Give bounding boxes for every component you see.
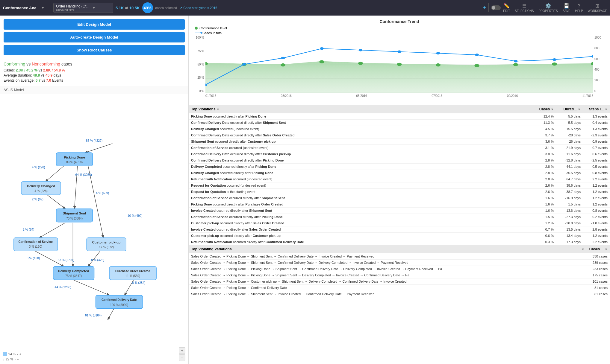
svg-text:64 % (3256): 64 % (3256) [75,173,92,176]
violation-steps: 0.8 events [581,171,608,175]
violation-row[interactable]: Confirmed Delivery Date occurred directl… [189,132,610,138]
violation-row[interactable]: Invoice Created occurred directly after … [189,226,610,233]
cases-vs: vs [39,68,43,72]
cases-filter-icon[interactable]: ▼ [551,108,554,111]
y-axis-left-labels: 100 %75 %50 %25 %0 % [195,36,205,93]
cases-row: Cases: 2.3K / 45.2 % vs 2.8K / 54.8 % [4,68,185,72]
zoom-in-button[interactable]: + [179,347,185,354]
violation-cases: 3.0 % [530,152,554,156]
auto-create-button[interactable]: Auto-create Design Model [4,32,185,42]
violation-steps: 0.7 events [581,146,608,150]
filter-label: Case start year is 2016 [183,6,217,10]
violation-row[interactable]: Confirmed Delivery Date occurred directl… [189,151,610,157]
edit-design-model-button[interactable]: Edit Design Model [4,19,185,30]
violation-cases: 2.8 % [530,159,554,162]
violation-row[interactable]: Shipment Sent occurred directly after Cu… [189,138,610,145]
svg-point-72 [436,52,440,54]
svg-point-71 [397,51,401,53]
th-cases: Cases ▼ [530,107,554,111]
cases-green: 2.3K / 45.2 % [16,68,38,72]
violation-row[interactable]: Picking Done occurred directly after Pic… [189,113,610,120]
violation-cases: 3.7 % [530,133,554,137]
th-duration: Durati... ▼ [554,107,581,111]
violation-desc: Confirmation of Service occurred directl… [191,215,530,219]
violation-row[interactable]: Customer pick-up occurred directly after… [189,233,610,239]
zoom-out-button[interactable]: − [179,354,185,361]
violation-steps: 0.2 events [581,215,608,219]
violation-desc: Returned with Notification occurred (und… [191,177,530,181]
toggle-area [491,5,501,10]
variation-row[interactable]: Sales Order Created → Picking Done → Shi… [189,260,610,266]
violation-row[interactable]: Confirmed Delivery Date occurred directl… [189,157,610,164]
violations-filter-icon[interactable]: ▼ [217,108,220,111]
variation-row[interactable]: Sales Order Created → Picking Done → Cus… [189,278,610,285]
variation-row[interactable]: Sales Order Created → Picking Done → Pic… [189,272,610,278]
duration-filter-icon[interactable]: ▼ [578,108,581,111]
svg-text:3 % (160): 3 % (160) [27,257,40,260]
svg-point-70 [359,49,363,51]
violations-header: Top Violations ▼ Cases ▼ Durati... ▼ Ste… [189,105,610,113]
violation-row[interactable]: Request for Quotation is the starting ev… [189,189,610,195]
variation-row[interactable]: Sales Order Created → Picking Done → Shi… [189,253,610,260]
steps-filter-icon[interactable]: ▼ [605,108,608,111]
workspace-action[interactable]: ⊞WORKSPACE [588,3,607,13]
violation-row[interactable]: Invoice Created occurred directly after … [189,208,610,214]
toggle-switch[interactable] [491,5,501,10]
violation-steps: 1.3 events [581,115,608,118]
var-cases-filter-icon[interactable]: ▼ [605,248,608,251]
app-title[interactable]: Conformance Ana... ▼ [3,6,51,10]
violation-row[interactable]: Confirmation of Service occurred directl… [189,214,610,220]
svg-rect-34 [14,237,58,251]
svg-text:Confirmed Delivery Date: Confirmed Delivery Date [102,298,137,301]
violation-row[interactable]: Confirmation of Service occurred directl… [189,195,610,201]
violation-row[interactable]: Confirmed Delivery Date occurred directl… [189,120,610,126]
scale-minus[interactable]: - [17,352,18,356]
violation-row[interactable]: Request for Quotation occurred (undesire… [189,182,610,189]
variation-row[interactable]: Sales Order Created → Picking Done → Con… [189,285,610,291]
scale2-plus[interactable]: + [17,357,19,361]
save-action[interactable]: 💾SAVE [563,3,570,13]
violation-row[interactable]: Returned with Notification occurred (und… [189,176,610,182]
variation-row[interactable]: Sales Order Created → Picking Done → Pic… [189,266,610,272]
pct-badge: 49% [142,2,153,13]
violation-row[interactable]: Delivery Changed occurred (undesired eve… [189,126,610,132]
violation-row[interactable]: Delivery Changed occurred directly after… [189,170,610,176]
violation-row[interactable]: Returned with Notification occurred dire… [189,239,610,245]
title-chevron-icon: ▼ [41,6,44,10]
help-action[interactable]: ?HELP [575,3,583,13]
violation-steps: 2.2 events [581,177,608,181]
order-dropdown[interactable]: Order Handling (Ot... Unsaved filter ▼ [53,3,113,13]
properties-label: PROPERTIES [538,9,558,13]
violation-row[interactable]: Delivery Completed occurred directly aft… [189,164,610,170]
svg-line-7 [47,195,65,209]
svg-text:44 % (2266): 44 % (2266) [55,286,71,289]
variation-row[interactable]: Sales Order Created → Picking Done → Shi… [189,291,610,297]
add-button[interactable]: + [483,4,486,11]
svg-point-63 [513,63,518,66]
svg-point-60 [397,63,402,66]
variations-filter-icon[interactable]: ▼ [582,248,585,251]
variation-desc: Sales Order Created → Picking Done → Shi… [191,261,584,264]
violation-cases: 1.6 % [530,202,554,206]
svg-point-61 [436,63,441,67]
scale-plus[interactable]: + [19,352,21,356]
legend-item-conformance: Conformance level [195,26,604,30]
events-red: 7.0 [46,78,51,83]
process-map: 85 % (4322) 4 % (228) 64 % (3256) 2 % (9… [0,94,188,364]
svg-point-74 [514,60,518,62]
scale2-minus[interactable]: - [15,357,16,361]
violation-row[interactable]: Customer pick-up occurred directly after… [189,220,610,226]
violation-row[interactable]: Picking Done occurred directly after Pur… [189,201,610,208]
svg-text:Shipment Sent: Shipment Sent [63,211,86,215]
selections-action[interactable]: ☰SELECTIONS [515,3,534,13]
violation-duration: 5.5 days [554,121,581,124]
violation-desc: Confirmed Delivery Date occurred directl… [191,133,530,137]
violation-row[interactable]: Confirmation of Service occurred (undesi… [189,145,610,151]
show-root-causes-button[interactable]: Show Root Causes [4,45,185,55]
violation-desc: Request for Quotation is the starting ev… [191,190,530,194]
violation-cases: 2.8 % [530,177,554,181]
stats-heading: Conforming vs Nonconforming cases [4,62,185,66]
properties-action[interactable]: ⚙️PROPERTIES [538,3,558,13]
edit-action[interactable]: ✏️EDIT [503,3,510,13]
violation-desc: Confirmation of Service occurred directl… [191,196,530,200]
